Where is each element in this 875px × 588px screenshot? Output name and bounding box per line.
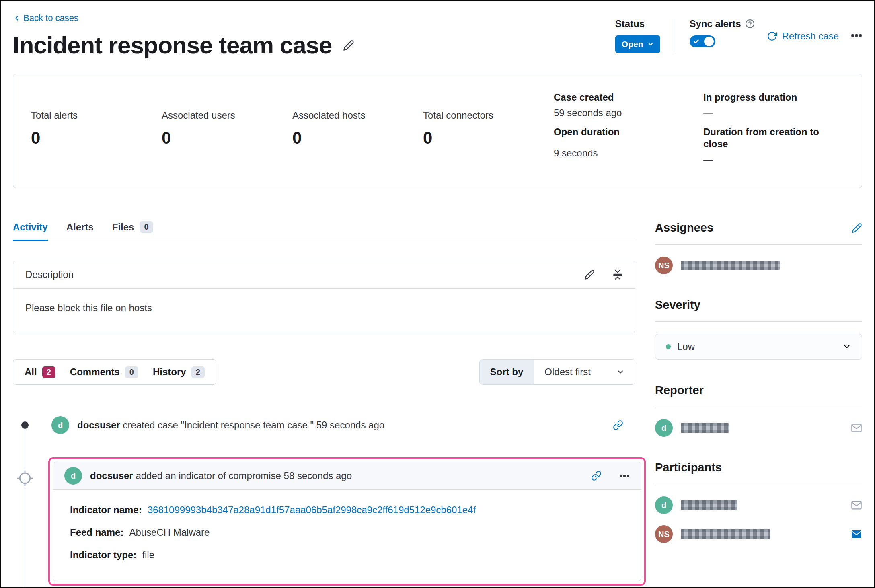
sort-order-value: Oldest first <box>544 366 591 378</box>
title-row: Incident response team case <box>13 31 354 60</box>
check-icon <box>693 39 699 45</box>
timeline-event-indicator: d docsuser added an indicator of comprom… <box>13 457 635 586</box>
header-actions: Status Open Sync alerts <box>615 12 862 54</box>
activity-filter-bar: All 2 Comments 0 History 2 Sort by <box>13 359 635 385</box>
filter-label: All <box>25 366 37 378</box>
event-text: docsuser added an indicator of compromis… <box>90 470 583 481</box>
description-panel: Description Ple <box>13 261 635 333</box>
link-icon <box>613 420 623 430</box>
edit-assignees-button[interactable] <box>852 223 862 233</box>
tab-label: Files <box>112 222 134 233</box>
case-stats-card: Total alerts 0 Associated users 0 Associ… <box>13 74 862 188</box>
back-link-label: Back to cases <box>23 12 78 24</box>
field-label: Indicator type: <box>70 549 136 561</box>
tab-label: Alerts <box>66 222 94 233</box>
redacted-user-name <box>681 261 780 270</box>
status-group: Status Open <box>615 18 660 53</box>
tab-alerts[interactable]: Alerts <box>66 221 94 241</box>
tab-activity[interactable]: Activity <box>13 221 48 241</box>
chevron-down-icon <box>616 368 624 376</box>
field-value: file <box>142 549 154 561</box>
case-detail-page: Back to cases Incident response team cas… <box>0 0 875 588</box>
status-dropdown-button[interactable]: Open <box>615 35 660 53</box>
comment-header: d docsuser added an indicator of comprom… <box>53 462 641 490</box>
section-divider <box>655 321 862 322</box>
in-progress-duration-value: — <box>703 107 844 119</box>
description-header: Description <box>13 261 635 289</box>
filter-label: History <box>153 366 186 378</box>
metric-value: 0 <box>162 128 292 148</box>
email-icon[interactable] <box>851 528 862 540</box>
pencil-icon <box>584 269 595 280</box>
all-count-badge: 2 <box>42 366 55 378</box>
email-icon[interactable] <box>851 422 862 434</box>
redacted-user-name <box>681 500 737 510</box>
description-body: Please block this file on hosts <box>13 289 635 333</box>
copy-comment-link-button[interactable] <box>591 471 602 481</box>
header-left: Back to cases Incident response team cas… <box>13 12 354 60</box>
sort-order-select[interactable]: Oldest first <box>534 360 635 384</box>
severity-value: Low <box>677 341 836 352</box>
fold-icon <box>612 269 623 280</box>
history-count-badge: 2 <box>191 366 205 378</box>
comment-actions <box>591 471 630 481</box>
reporter-row: d <box>655 419 862 437</box>
sync-alerts-group: Sync alerts <box>690 18 755 47</box>
metric-label: Associated hosts <box>292 110 423 121</box>
status-label: Status <box>615 18 660 30</box>
sync-alerts-label: Sync alerts <box>690 18 741 30</box>
pencil-icon <box>852 223 862 233</box>
avatar: d <box>655 496 673 514</box>
highlighted-comment-outline: d docsuser added an indicator of comprom… <box>48 457 646 586</box>
metric-associated-hosts: Associated hosts 0 <box>292 91 423 173</box>
timeline-dot-icon <box>21 421 29 429</box>
case-tabs: Activity Alerts Files 0 <box>13 221 635 241</box>
chevron-left-icon <box>13 14 21 22</box>
tab-files[interactable]: Files 0 <box>112 221 153 241</box>
case-created-value: 59 seconds ago <box>554 107 703 119</box>
metric-associated-users: Associated users 0 <box>162 91 292 173</box>
indicator-name-row: Indicator name: 3681099993b4b347a28a91d1… <box>70 504 624 516</box>
case-actions-menu-button[interactable] <box>851 30 862 41</box>
metric-label: Associated users <box>162 110 292 121</box>
header-divider <box>675 19 675 54</box>
refresh-case-button[interactable]: Refresh case <box>767 31 839 42</box>
collapse-description-button[interactable] <box>612 269 623 280</box>
reporter-section: Reporter d <box>655 384 862 437</box>
filter-comments-button[interactable]: Comments 0 <box>70 366 138 378</box>
indicator-comment-card: d docsuser added an indicator of comprom… <box>53 462 641 581</box>
severity-select[interactable]: Low <box>655 334 862 360</box>
copy-event-link-button[interactable] <box>613 420 623 430</box>
edit-title-button[interactable] <box>343 40 354 51</box>
email-icon[interactable] <box>851 500 862 511</box>
participant-row: NS <box>655 525 862 543</box>
filter-history-button[interactable]: History 2 <box>153 366 205 378</box>
open-duration-label: Open duration <box>554 126 703 138</box>
comment-actions-menu-button[interactable] <box>619 471 630 481</box>
section-divider <box>655 407 862 407</box>
field-label: Feed name: <box>70 527 123 538</box>
case-created-label: Case created <box>554 91 703 103</box>
back-to-cases-link[interactable]: Back to cases <box>13 12 78 24</box>
indicator-target-icon <box>16 469 34 487</box>
sync-alerts-toggle[interactable] <box>690 35 715 47</box>
activity-timeline: d docsuser created case "Incident respon… <box>13 416 635 586</box>
redacted-user-name <box>681 423 729 433</box>
sort-by-label: Sort by <box>480 360 534 384</box>
chevron-down-icon <box>842 342 851 351</box>
indicator-type-row: Indicator type: file <box>70 549 624 561</box>
filter-label: Comments <box>70 366 120 378</box>
help-icon[interactable] <box>745 19 755 29</box>
reporter-title: Reporter <box>655 384 862 397</box>
description-actions <box>584 269 623 280</box>
filter-all-button[interactable]: All 2 <box>25 366 55 378</box>
assignees-section: Assignees NS <box>655 221 862 274</box>
avatar: d <box>51 416 69 434</box>
severity-title: Severity <box>655 298 862 312</box>
chevron-down-icon <box>647 41 654 47</box>
indicator-name-link[interactable]: 3681099993b4b347a28a91d1f57aaa06b5af2998… <box>148 504 476 516</box>
avatar: NS <box>655 525 673 543</box>
toggle-knob <box>704 37 714 46</box>
files-count-badge: 0 <box>140 221 153 233</box>
edit-description-button[interactable] <box>584 269 595 280</box>
